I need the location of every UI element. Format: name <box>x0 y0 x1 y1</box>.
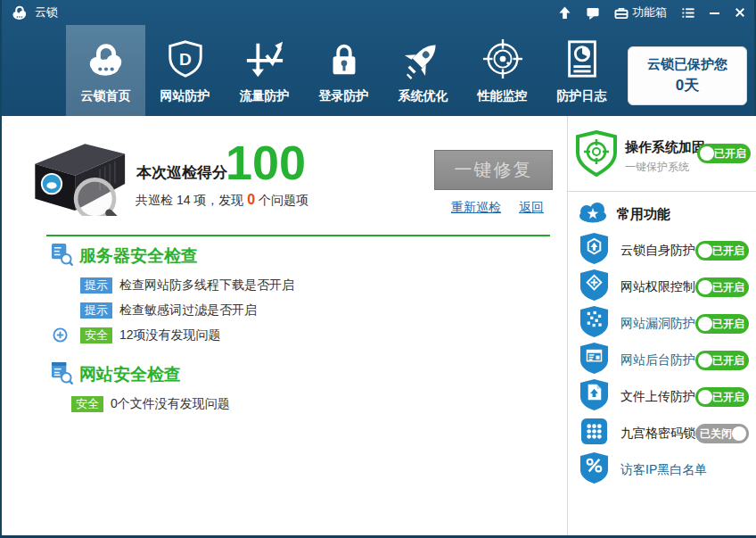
safe-badge: 安全 <box>80 327 112 343</box>
app-window: 云锁 功能箱 <box>0 0 756 538</box>
feature-pattern-lock[interactable]: 九宫格密码锁 已关闭 <box>568 415 756 451</box>
action-links: 重新巡检 返回 <box>451 200 544 216</box>
file-upload-shield-icon <box>579 378 609 415</box>
feature-self-protection[interactable]: 云锁自身防护 已开启 <box>568 232 756 269</box>
feature-vulnerability-protection[interactable]: 网站漏洞防护 已开启 <box>568 305 756 342</box>
minimize-button[interactable] <box>710 7 720 18</box>
browser-shield-icon <box>579 342 609 378</box>
website-check-rows: 安全 0个文件没有发现问题 <box>71 396 555 412</box>
check-row-text: 0个文件没有发现问题 <box>111 396 230 412</box>
nav-tab-login-protection[interactable]: 登录防护 <box>304 25 383 116</box>
os-harden-title: 操作系统加固 <box>625 139 705 156</box>
feature-backend-protection[interactable]: 网站后台防护 已开启 <box>568 342 756 378</box>
issue-count: 0 <box>247 192 255 207</box>
log-chart-icon <box>562 38 603 83</box>
score-value: 100 <box>226 137 306 187</box>
protected-days-count: 0天 <box>676 75 699 95</box>
hexagon-arrow-shield-icon <box>579 232 609 269</box>
feature-upload-protection[interactable]: 文件上传防护 已开启 <box>568 378 756 415</box>
server-inspection-image <box>27 128 127 219</box>
app-logo-icon <box>11 4 29 21</box>
check-row: 提示 检查敏感词过滤是否开启 <box>80 302 555 319</box>
padlock-icon <box>324 38 365 83</box>
feedback-icon[interactable] <box>586 6 600 20</box>
toolbox-icon <box>614 6 629 20</box>
menu-list-icon[interactable] <box>681 6 695 20</box>
main-panel: 本次巡检得分 100 共巡检 14 项，发现 0 个问题项 一键修复 重新巡检 … <box>2 116 567 535</box>
check-row: 安全 12项没有发现问题 <box>80 327 555 343</box>
one-click-fix-button[interactable]: 一键修复 <box>434 150 553 190</box>
bug-pixels-shield-icon <box>579 305 609 342</box>
nav-tab-website-protection[interactable]: D 网站防护 <box>145 25 225 116</box>
server-check-section-title: 服务器安全检查 <box>51 242 555 269</box>
back-link[interactable]: 返回 <box>519 200 544 216</box>
cloud-star-icon <box>577 203 609 227</box>
protected-days-line1: 云锁已保护您 <box>647 56 727 73</box>
window-title: 云锁 <box>35 4 58 21</box>
grid-dots-icon <box>579 415 609 451</box>
tip-badge: 提示 <box>80 302 112 319</box>
server-scan-icon <box>51 242 73 269</box>
nav-tab-performance-monitor[interactable]: 性能监控 <box>463 25 542 116</box>
content-area: 本次巡检得分 100 共巡检 14 项，发现 0 个问题项 一键修复 重新巡检 … <box>2 116 754 535</box>
rescan-link[interactable]: 重新巡检 <box>451 200 501 216</box>
feature-ip-blacklist[interactable]: 访客IP黑白名单 <box>568 451 756 488</box>
server-check-rows: 提示 检查网站防多线程下载是否开启 提示 检查敏感词过滤是否开启 安全 12项没… <box>80 277 555 343</box>
toolbox-button[interactable]: 功能箱 <box>614 4 667 21</box>
common-functions-header: 常用功能 <box>568 192 756 232</box>
nav-tab-protection-logs[interactable]: 防护日志 <box>542 25 621 116</box>
website-scan-icon <box>51 360 73 388</box>
percent-shield-icon <box>579 451 609 488</box>
check-row-text: 检查敏感词过滤是否开启 <box>119 302 257 319</box>
safe-badge: 安全 <box>71 396 103 412</box>
close-button[interactable] <box>735 7 745 18</box>
nav-tab-home[interactable]: 云锁首页 <box>66 25 145 116</box>
green-shield-crosshair-icon <box>575 130 618 180</box>
upgrade-arrow-icon[interactable] <box>558 6 571 20</box>
section-divider-line <box>46 235 550 236</box>
feature-toggle[interactable]: 已开启 <box>695 351 749 370</box>
check-row: 提示 检查网站防多线程下载是否开启 <box>80 277 555 294</box>
header: 云锁 功能箱 <box>2 0 754 116</box>
scan-summary: 共巡检 14 项，发现 0 个问题项 <box>136 192 308 209</box>
score-label: 本次巡检得分 <box>136 162 227 183</box>
nav-tab-system-optimization[interactable]: 系统优化 <box>383 25 463 116</box>
expand-plus-icon[interactable] <box>53 327 68 343</box>
feature-toggle[interactable]: 已开启 <box>695 387 749 407</box>
check-sections: 服务器安全检查 提示 检查网站防多线程下载是否开启 提示 检查敏感词过滤是否开启 <box>2 242 555 421</box>
traffic-arrows-icon <box>244 38 285 83</box>
os-harden-block[interactable]: 操作系统加固 一键保护系统 已开启 <box>568 116 756 192</box>
svg-text:D: D <box>179 50 192 69</box>
feature-permission-control[interactable]: 网站权限控制 已开启 <box>568 269 756 305</box>
feature-toggle[interactable]: 已开启 <box>695 277 749 297</box>
titlebar: 云锁 功能箱 <box>2 0 754 25</box>
tip-badge: 提示 <box>80 277 112 294</box>
shield-d-icon: D <box>165 38 206 83</box>
titlebar-left: 云锁 <box>11 4 58 21</box>
feature-toggle[interactable]: 已关闭 <box>695 424 749 443</box>
common-functions-title: 常用功能 <box>617 206 670 223</box>
radar-icon <box>482 38 523 83</box>
os-harden-toggle[interactable]: 已开启 <box>697 144 751 163</box>
feature-toggle[interactable]: 已开启 <box>695 314 749 334</box>
cloud-lock-icon <box>86 38 127 83</box>
check-row: 安全 0个文件没有发现问题 <box>71 396 555 412</box>
protected-days-box: 云锁已保护您 0天 <box>628 46 747 105</box>
diamond-cross-shield-icon <box>579 269 609 305</box>
nav-tab-traffic-protection[interactable]: 流量防护 <box>225 25 304 116</box>
rocket-icon <box>403 38 444 83</box>
check-row-text: 12项没有发现问题 <box>119 327 221 343</box>
sidebar: 操作系统加固 一键保护系统 已开启 常用功能 云锁自身防护 已开启 <box>567 116 756 535</box>
toolbox-label: 功能箱 <box>632 4 667 21</box>
os-harden-subtitle: 一键保护系统 <box>625 160 705 175</box>
check-row-text: 检查网站防多线程下载是否开启 <box>119 277 294 294</box>
titlebar-right: 功能箱 <box>558 4 745 21</box>
main-nav: 云锁首页 D 网站防护 流量防护 登录防护 <box>2 25 754 116</box>
feature-toggle[interactable]: 已开启 <box>695 241 749 261</box>
website-check-section-title: 网站安全检查 <box>51 360 555 388</box>
